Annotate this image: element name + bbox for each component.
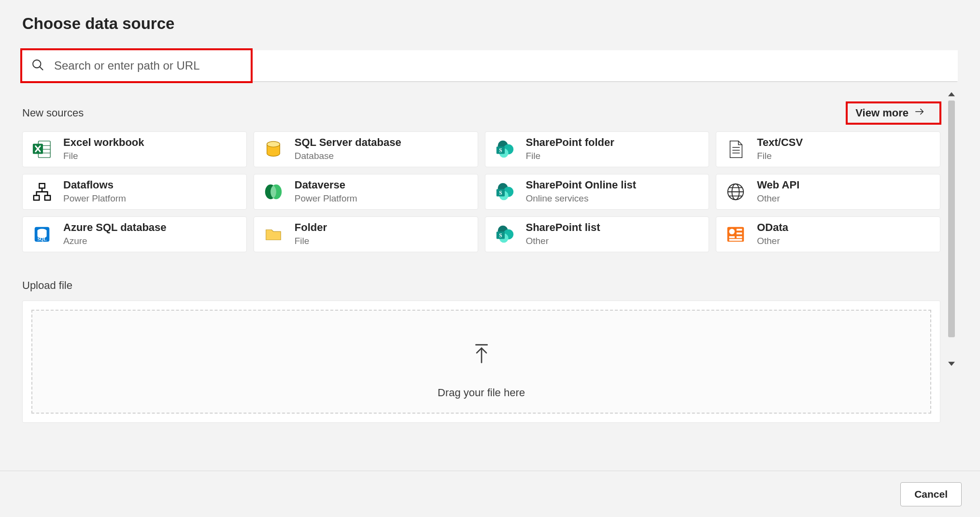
new-sources-label: New sources bbox=[22, 107, 84, 119]
source-category: Database bbox=[295, 150, 401, 162]
source-name: Dataflows bbox=[63, 179, 126, 191]
dataverse-icon bbox=[262, 180, 285, 203]
upload-panel: Drag your file here bbox=[22, 301, 940, 423]
view-more-label: View more bbox=[855, 107, 909, 119]
excel-icon bbox=[30, 138, 54, 161]
source-category: Power Platform bbox=[295, 193, 357, 205]
source-category: File bbox=[295, 235, 327, 247]
source-name: Excel workbook bbox=[63, 136, 144, 149]
footer: Cancel bbox=[0, 471, 980, 517]
upload-arrow-icon bbox=[472, 343, 491, 366]
upload-file-label: Upload file bbox=[22, 279, 72, 292]
source-name: OData bbox=[757, 221, 788, 234]
upload-drag-text: Drag your file here bbox=[438, 387, 525, 399]
source-category: File bbox=[757, 150, 803, 162]
new-sources-header: New sources View more bbox=[22, 103, 940, 123]
search-input[interactable] bbox=[53, 58, 949, 73]
azuresql-icon bbox=[30, 223, 54, 246]
source-card-web-api[interactable]: Web APIOther bbox=[716, 174, 940, 210]
source-category: Other bbox=[757, 193, 799, 205]
scroll-down-button[interactable] bbox=[945, 359, 958, 369]
sharepoint-icon bbox=[493, 223, 516, 246]
folder-icon bbox=[262, 223, 285, 246]
source-category: Other bbox=[526, 235, 600, 247]
sharepoint-icon bbox=[493, 180, 516, 203]
source-name: Azure SQL database bbox=[63, 221, 167, 234]
source-name: Dataverse bbox=[295, 179, 357, 191]
odata-icon bbox=[724, 223, 747, 246]
cancel-button[interactable]: Cancel bbox=[900, 482, 962, 506]
source-card-dataverse[interactable]: DataversePower Platform bbox=[254, 174, 478, 210]
source-name: SharePoint list bbox=[526, 221, 600, 234]
source-card-sql-server-database[interactable]: SQL Server databaseDatabase bbox=[254, 131, 478, 167]
scroll-thumb[interactable] bbox=[948, 101, 955, 337]
arrow-right-icon bbox=[913, 106, 926, 120]
scroll-track[interactable] bbox=[948, 100, 955, 359]
search-icon bbox=[31, 58, 44, 73]
source-name: SQL Server database bbox=[295, 136, 401, 149]
source-category: Azure bbox=[63, 235, 167, 247]
source-name: Folder bbox=[295, 221, 327, 234]
source-card-folder[interactable]: FolderFile bbox=[254, 216, 478, 252]
source-card-sharepoint-list[interactable]: SharePoint listOther bbox=[485, 216, 710, 252]
sqlserver-icon bbox=[262, 138, 285, 161]
source-card-sharepoint-online-list[interactable]: SharePoint Online listOnline services bbox=[485, 174, 710, 210]
source-category: Other bbox=[757, 235, 788, 247]
view-more-button[interactable]: View more bbox=[851, 103, 931, 123]
source-category: Power Platform bbox=[63, 193, 126, 205]
dataflows-icon bbox=[30, 180, 54, 203]
search-row bbox=[22, 50, 958, 81]
source-name: SharePoint Online list bbox=[526, 179, 637, 191]
source-card-excel-workbook[interactable]: Excel workbookFile bbox=[22, 131, 247, 167]
vertical-scrollbar bbox=[945, 89, 958, 369]
source-card-azure-sql-database[interactable]: Azure SQL databaseAzure bbox=[22, 216, 247, 252]
source-name: Web API bbox=[757, 179, 799, 191]
sharepoint-icon bbox=[493, 138, 516, 161]
source-category: Online services bbox=[526, 193, 637, 205]
svg-line-1 bbox=[40, 67, 43, 70]
source-card-text-csv[interactable]: Text/CSVFile bbox=[716, 131, 940, 167]
source-category: File bbox=[63, 150, 144, 162]
source-card-sharepoint-folder[interactable]: SharePoint folderFile bbox=[485, 131, 710, 167]
textcsv-icon bbox=[724, 138, 747, 161]
source-name: Text/CSV bbox=[757, 136, 803, 149]
source-category: File bbox=[526, 150, 614, 162]
webapi-icon bbox=[724, 180, 747, 203]
source-name: SharePoint folder bbox=[526, 136, 614, 149]
source-card-odata[interactable]: ODataOther bbox=[716, 216, 940, 252]
upload-dropzone[interactable]: Drag your file here bbox=[31, 310, 931, 414]
scroll-up-button[interactable] bbox=[945, 89, 958, 100]
source-card-dataflows[interactable]: DataflowsPower Platform bbox=[22, 174, 247, 210]
page-title: Choose data source bbox=[22, 14, 958, 33]
